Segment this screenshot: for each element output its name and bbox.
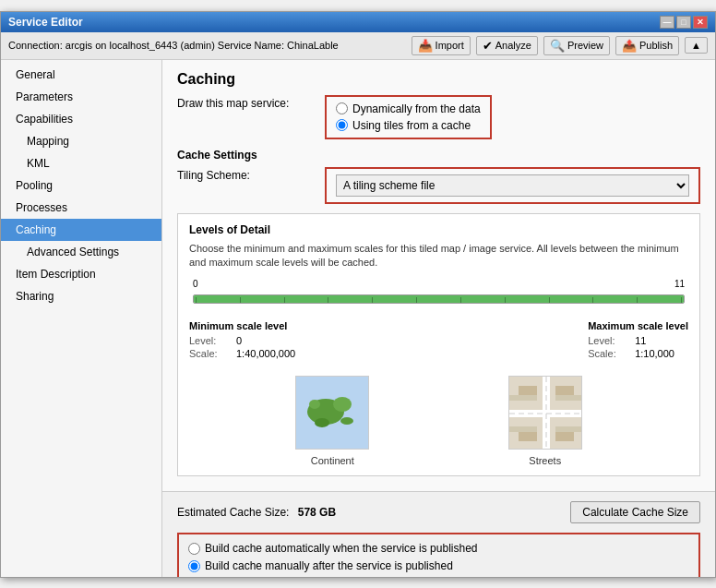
cache-settings-header: Cache Settings — [177, 149, 700, 162]
tick-2 — [284, 297, 285, 303]
bottom-bar: Estimated Cache Size: 578 GB Calculate C… — [162, 491, 715, 576]
draw-service-row: Draw this map service: Dynamically from … — [177, 95, 700, 139]
radio-dynamic[interactable] — [336, 102, 348, 114]
thumbnails-row: Continent — [189, 376, 688, 466]
preview-icon: 🔍 — [550, 39, 565, 53]
min-max-row: Minimum scale level Level: 0 Scale: 1:40… — [189, 320, 688, 361]
build-auto-label[interactable]: Build cache automatically when the servi… — [205, 542, 478, 555]
thumbnail-streets: Streets — [508, 376, 582, 466]
tiling-scheme-select[interactable]: A tiling scheme file ArcGIS Online / Bin… — [336, 174, 689, 197]
min-scale-title: Minimum scale level — [189, 320, 295, 331]
tick-11 — [681, 297, 682, 303]
max-level-val: 11 — [635, 335, 646, 346]
min-scale-row: Scale: 1:40,000,000 — [189, 348, 295, 359]
tiling-scheme-label: Tiling Scheme: — [177, 167, 325, 182]
analyze-button[interactable]: ✔ Analyze — [476, 36, 538, 55]
streets-label: Streets — [529, 455, 561, 466]
cache-size-row: Estimated Cache Size: 578 GB Calculate C… — [177, 501, 700, 523]
scale-min-label: 0 — [193, 279, 198, 289]
levels-title: Levels of Detail — [189, 223, 688, 236]
import-button[interactable]: 📥 Import — [412, 36, 471, 55]
svg-rect-14 — [555, 386, 574, 395]
scale-max-label: 11 — [674, 279, 685, 289]
svg-rect-9 — [509, 395, 537, 401]
preview-button[interactable]: 🔍 Preview — [543, 36, 610, 55]
section-title: Caching — [162, 60, 715, 95]
tick-7 — [505, 297, 506, 303]
continent-label: Continent — [311, 455, 354, 466]
import-icon: 📥 — [418, 39, 433, 53]
analyze-icon: ✔ — [483, 39, 493, 53]
sidebar-item-mapping[interactable]: Mapping — [1, 130, 161, 152]
min-level-row: Level: 0 — [189, 335, 295, 346]
min-scale-info: Minimum scale level Level: 0 Scale: 1:40… — [189, 320, 295, 361]
sidebar-item-advanced-settings[interactable]: Advanced Settings — [1, 241, 161, 263]
sidebar-item-sharing[interactable]: Sharing — [1, 285, 161, 307]
maximize-button[interactable]: □ — [676, 16, 691, 29]
build-manual-row: Build cache manually after the service i… — [188, 559, 689, 572]
slider-ticks — [194, 295, 684, 304]
radio-build-manual[interactable] — [188, 560, 200, 572]
tick-8 — [549, 297, 550, 303]
tick-6 — [460, 297, 461, 303]
sidebar-item-kml[interactable]: KML — [1, 152, 161, 174]
levels-desc: Choose the minimum and maximum scales fo… — [189, 242, 688, 270]
publish-button[interactable]: 📤 Publish — [615, 36, 679, 55]
min-scale-val: 1:40,000,000 — [236, 348, 295, 359]
max-scale-info: Maximum scale level Level: 11 Scale: 1:1… — [588, 320, 688, 361]
radio-dynamic-label[interactable]: Dynamically from the data — [352, 102, 481, 115]
tick-0 — [196, 297, 197, 303]
radio-cache[interactable] — [336, 119, 348, 131]
tick-5 — [416, 297, 417, 303]
publish-icon: 📤 — [622, 39, 637, 53]
cache-size-val: 578 GB — [298, 506, 336, 519]
caching-body: Draw this map service: Dynamically from … — [162, 95, 715, 492]
tick-9 — [592, 297, 593, 303]
window-title: Service Editor — [8, 16, 83, 29]
radio-cache-label[interactable]: Using tiles from a cache — [352, 119, 471, 132]
sidebar-item-pooling[interactable]: Pooling — [1, 174, 161, 197]
tiling-scheme-row: Tiling Scheme: A tiling scheme file ArcG… — [177, 167, 700, 204]
slider-track — [193, 291, 685, 307]
streets-thumbnail-img — [508, 376, 582, 450]
close-button[interactable]: ✕ — [693, 16, 708, 29]
draw-service-label: Draw this map service: — [177, 95, 325, 110]
radio-build-auto[interactable] — [188, 543, 200, 555]
svg-rect-16 — [555, 432, 574, 441]
sidebar-item-processes[interactable]: Processes — [1, 197, 161, 219]
svg-point-2 — [333, 397, 352, 412]
svg-rect-10 — [555, 395, 582, 401]
tick-4 — [372, 297, 373, 303]
max-level-key: Level: — [588, 335, 629, 346]
content-area: General Parameters Capabilities Mapping … — [1, 60, 715, 577]
title-bar-controls: — □ ✕ — [660, 16, 708, 29]
continent-svg — [296, 377, 369, 450]
thumbnail-continent: Continent — [295, 376, 369, 466]
build-options: Build cache automatically when the servi… — [177, 533, 700, 576]
collapse-button[interactable]: ▲ — [685, 37, 708, 54]
build-manual-label[interactable]: Build cache manually after the service i… — [205, 559, 453, 572]
continent-thumbnail-img — [295, 376, 369, 450]
sidebar-item-general[interactable]: General — [1, 64, 161, 86]
sidebar-item-parameters[interactable]: Parameters — [1, 86, 161, 108]
sidebar-item-caching[interactable]: Caching — [1, 219, 161, 241]
sidebar-item-item-description[interactable]: Item Description — [1, 263, 161, 285]
min-level-key: Level: — [189, 335, 231, 346]
svg-rect-11 — [509, 426, 537, 432]
tiling-dropdown-wrapper: A tiling scheme file ArcGIS Online / Bin… — [325, 167, 700, 204]
build-auto-row: Build cache automatically when the servi… — [188, 542, 689, 555]
sidebar-item-capabilities[interactable]: Capabilities — [1, 108, 161, 130]
cache-size-info: Estimated Cache Size: 578 GB — [177, 506, 336, 519]
main-content: Caching Draw this map service: Dynamical… — [162, 60, 715, 577]
svg-point-5 — [309, 400, 320, 409]
svg-point-3 — [315, 418, 329, 427]
tick-1 — [240, 297, 241, 303]
calculate-cache-size-button[interactable]: Calculate Cache Size — [570, 501, 700, 523]
tick-3 — [328, 297, 328, 303]
min-scale-key: Scale: — [189, 348, 231, 359]
streets-svg — [509, 377, 582, 450]
minimize-button[interactable]: — — [660, 16, 674, 29]
cache-size-label: Estimated Cache Size: — [177, 506, 289, 519]
title-bar: Service Editor — □ ✕ — [1, 12, 715, 32]
slider-bg — [193, 294, 685, 304]
